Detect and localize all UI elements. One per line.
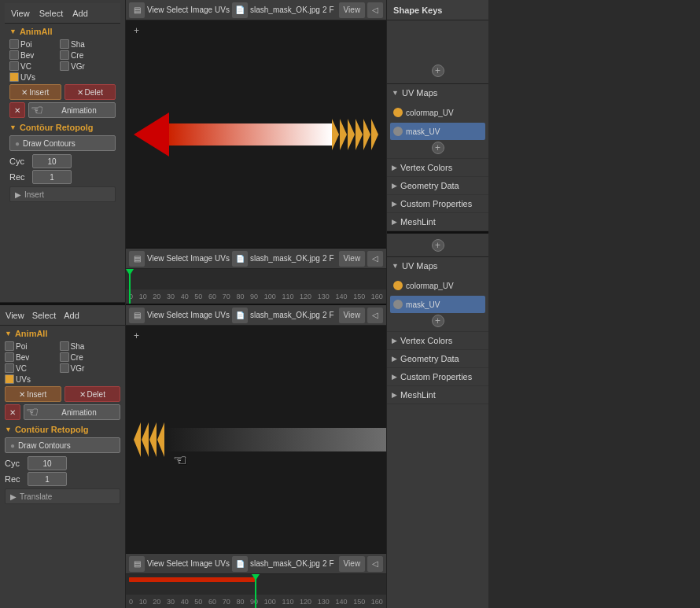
viewport-icon-top[interactable]: ▤ <box>129 2 145 18</box>
poi-cb[interactable] <box>9 39 19 49</box>
rec-spinbox-top[interactable]: 1 <box>32 170 72 184</box>
select-menu-vp-bottom[interactable]: Select <box>167 311 189 319</box>
vgr-cb-b[interactable] <box>60 363 69 373</box>
tl-icon-bottom[interactable]: ▤ <box>129 556 145 572</box>
uvs-cb-b[interactable] <box>5 374 14 384</box>
cre-cb-b[interactable] <box>60 352 69 362</box>
tl-uvs-bottom[interactable]: UVs <box>215 559 230 568</box>
tl-image-top[interactable]: Image <box>190 254 212 263</box>
image-menu-vp-top[interactable]: Image <box>190 6 212 14</box>
delete-button-bottom[interactable]: ✕ Delet <box>64 386 121 402</box>
vgr-cb[interactable] <box>60 61 69 71</box>
cyc-spinbox-bottom[interactable]: 10 <box>28 456 67 470</box>
view-menu-vp-bottom[interactable]: View <box>147 311 164 319</box>
select-menu-top[interactable]: Select <box>36 6 67 21</box>
view-menu-bottom-left[interactable]: View <box>3 311 27 320</box>
rec-spinbox-bottom[interactable]: 1 <box>28 472 67 486</box>
tl-select-top[interactable]: Select <box>167 254 189 263</box>
tl-view-bottom[interactable]: View <box>147 559 164 568</box>
tl-view-top[interactable]: View <box>147 254 164 263</box>
uvs-menu-vp-top[interactable]: UVs <box>215 6 230 14</box>
tl-zoom-top: 2 <box>322 254 327 263</box>
select-menu-vp-top[interactable]: Select <box>167 6 189 14</box>
clear-animation-row-bottom: ✕ ☜ Animation <box>5 404 120 420</box>
insert-bar-top[interactable]: ▶ Insert <box>9 186 116 202</box>
view-menu-vp-top[interactable]: View <box>147 6 164 14</box>
custom-properties-header-top[interactable]: ▶ Custom Properties <box>387 195 488 212</box>
arrow-gradient-bar <box>169 123 332 146</box>
vertex-colors-header-top[interactable]: ▶ Vertex Colors <box>387 159 488 176</box>
uv-map-mask-bottom[interactable]: mask_UV <box>390 296 485 313</box>
view-menu-top[interactable]: View <box>8 6 33 21</box>
add-btn-bottom[interactable]: + <box>134 330 139 341</box>
geometry-data-header-bottom[interactable]: ▶ Geometry Data <box>387 350 488 367</box>
geometry-data-header-top[interactable]: ▶ Geometry Data <box>387 177 488 194</box>
tl-file-bottom: slash_mask_OK.jpg <box>250 559 320 568</box>
sha-cb[interactable] <box>60 39 69 49</box>
tl-nav-bottom[interactable]: ◁ <box>367 556 383 572</box>
vc-cb-b[interactable] <box>5 363 14 373</box>
animation-btn-top[interactable]: ☜ Animation <box>28 102 116 118</box>
tl-f-bottom: F <box>330 559 334 568</box>
select-menu-bottom-left[interactable]: Select <box>30 311 59 320</box>
draw-contours-btn-bottom[interactable]: ● Draw Contours <box>5 437 120 453</box>
bottom-viewport-container: ▤ View Select Image UVs 📄 slash_mask_OK.… <box>126 305 386 608</box>
delete-button-top[interactable]: ✕ Delet <box>64 84 116 100</box>
tl-nav-top[interactable]: ◁ <box>367 251 383 267</box>
view-btn-bottom[interactable]: View <box>339 308 366 323</box>
uv-maps-section-top: ▼ UV Maps colormap_UV mask_UV + <box>387 83 488 159</box>
tl-icon-top[interactable]: ▤ <box>129 251 145 267</box>
uv-dot-mask-top <box>393 127 403 136</box>
cyc-spinbox-top[interactable]: 10 <box>32 154 72 168</box>
circle-icon-top: ● <box>15 139 20 148</box>
bottom-left-panel: View Select Add ▼ AnimAll Poi Sha Bev Cr… <box>0 305 125 608</box>
uv-maps-header-top[interactable]: ▼ UV Maps <box>387 84 488 101</box>
bev-cb-b[interactable] <box>5 352 14 362</box>
tl-select-bottom[interactable]: Select <box>167 559 189 568</box>
uv-maps-header-bottom[interactable]: ▼ UV Maps <box>387 257 488 275</box>
sha-cb-b[interactable] <box>60 341 69 351</box>
uvs-cb[interactable] <box>9 72 19 82</box>
poi-cb-b[interactable] <box>5 341 14 351</box>
bev-cb[interactable] <box>9 50 19 60</box>
nav-icon-bottom[interactable]: ◁ <box>367 308 383 323</box>
tl-image-bottom[interactable]: Image <box>190 559 212 568</box>
viewport-icon-bottom[interactable]: ▤ <box>129 308 145 323</box>
shape-keys-add-btn[interactable]: + <box>432 64 444 77</box>
clear-btn-top[interactable]: ✕ <box>9 102 25 118</box>
nav-icon-top[interactable]: ◁ <box>367 2 383 18</box>
clear-btn-bottom[interactable]: ✕ <box>5 404 20 420</box>
cre-cb[interactable] <box>60 50 69 60</box>
add-menu-top[interactable]: Add <box>69 6 91 21</box>
right-sidebar: Shape Keys + ▼ UV Maps colormap_UV mask_… <box>386 0 488 608</box>
insert-button-bottom[interactable]: ✕ Insert <box>5 386 61 402</box>
uvs-menu-vp-bottom[interactable]: UVs <box>215 311 230 319</box>
tl-view-btn-bottom[interactable]: View <box>339 556 366 572</box>
vc-cb[interactable] <box>9 61 19 71</box>
uv-maps-add-bottom[interactable]: + <box>432 315 444 327</box>
mesh-lint-header-bottom[interactable]: ▶ MeshLint <box>387 386 488 403</box>
uv-map-mask-top[interactable]: mask_UV <box>390 123 485 140</box>
animation-btn-bottom[interactable]: ☜ Animation <box>24 404 120 420</box>
uv-map-colormap-bottom[interactable]: colormap_UV <box>390 277 485 294</box>
custom-properties-header-bottom[interactable]: ▶ Custom Properties <box>387 368 488 385</box>
tl-file-icon-bottom: 📄 <box>232 556 248 572</box>
view-btn-top[interactable]: View <box>339 2 366 18</box>
mesh-lint-header-top[interactable]: ▶ MeshLint <box>387 213 488 230</box>
draw-contours-btn-top[interactable]: ● Draw Contours <box>9 135 116 151</box>
file-icon-bottom: 📄 <box>232 308 248 323</box>
add-menu-bottom-left[interactable]: Add <box>61 311 82 320</box>
uv-map-colormap-top[interactable]: colormap_UV <box>390 104 485 121</box>
add-btn-top[interactable]: + <box>134 25 139 36</box>
chevron-l-3 <box>149 422 157 457</box>
insert-bar-bottom[interactable]: ▶ Translate <box>5 488 120 504</box>
vertex-colors-header-bottom[interactable]: ▶ Vertex Colors <box>387 332 488 349</box>
clear-animation-row-top: ✕ ☜ Animation <box>9 102 116 118</box>
tl-view-btn-top[interactable]: View <box>339 251 366 267</box>
uv-maps-add-top[interactable]: + <box>432 142 444 154</box>
image-menu-vp-bottom[interactable]: Image <box>190 311 212 319</box>
arrow-group-bottom <box>134 422 386 457</box>
insert-button-top[interactable]: ✕ Insert <box>9 84 61 100</box>
sidebar-add-btn-bottom[interactable]: + <box>432 239 444 252</box>
tl-uvs-top[interactable]: UVs <box>215 254 230 263</box>
